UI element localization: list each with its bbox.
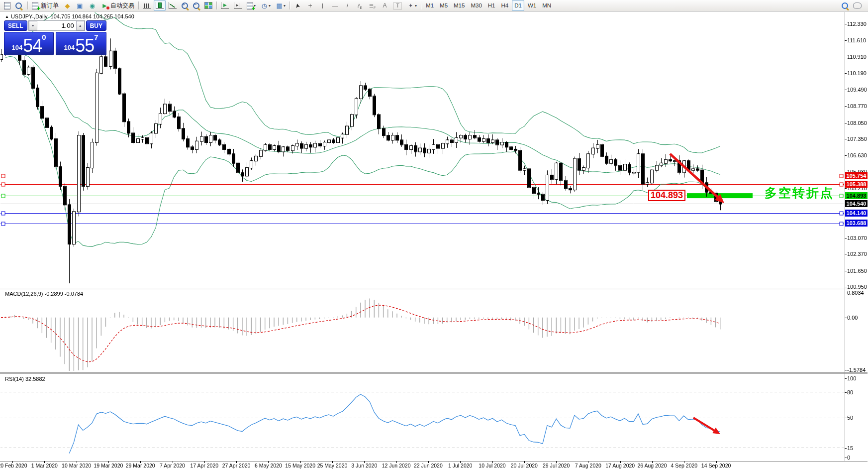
timeframe-button-M1[interactable]: M1 — [423, 0, 436, 11]
profiles-button[interactable] — [13, 0, 24, 11]
date-axis-label: 7 Aug 2020 — [575, 463, 601, 469]
ohlc-low: 104.265 — [93, 13, 113, 19]
rsi-axis-tick: 50 — [847, 415, 853, 421]
chart-canvas[interactable] — [0, 0, 868, 469]
sell-price-point: 0 — [42, 33, 46, 41]
crosshair-tool-button[interactable]: + — [304, 0, 316, 11]
auto-scroll-button[interactable]: ▶ — [219, 0, 231, 11]
arrows-tool-button[interactable]: ✦▾ — [405, 0, 419, 11]
price-axis-tick: 111.610 — [847, 37, 866, 43]
rsi-label: RSI(14) 32.5882 — [5, 376, 45, 382]
chat-button[interactable] — [851, 0, 864, 11]
line-chart-icon — [169, 2, 177, 9]
market-button[interactable]: ▣ — [74, 0, 86, 11]
metaeditor-button[interactable]: ◆ — [62, 0, 73, 11]
fibonacci-icon: ☰F — [369, 2, 376, 9]
volume-down-button[interactable]: ▼ — [29, 21, 37, 30]
date-axis-label: 1 Mar 2020 — [31, 463, 58, 469]
price-axis-tick: 110.190 — [847, 70, 867, 76]
zoom-in-icon: + — [182, 2, 188, 9]
indicators-button[interactable]: +▾ — [245, 0, 258, 11]
chat-icon — [853, 2, 862, 9]
candlestick-chart-button[interactable] — [154, 0, 166, 11]
buy-price-point: 7 — [94, 33, 98, 41]
candlestick-chart-icon — [156, 2, 164, 9]
timeframe-button-M15[interactable]: M15 — [451, 0, 467, 11]
tile-windows-button[interactable] — [202, 0, 214, 11]
market-icon: ▣ — [76, 2, 84, 9]
buy-button[interactable]: BUY — [86, 20, 106, 31]
timeframe-button-D1[interactable]: D1 — [512, 0, 524, 11]
date-axis-label: 10 Jul 2020 — [479, 463, 505, 469]
sell-price-pips: 54 — [23, 38, 42, 53]
autotrading-button[interactable]: ▶ 自动交易 — [99, 0, 136, 11]
periods-button[interactable]: ◷▾ — [259, 0, 273, 11]
date-axis-label: 10 Mar 2020 — [62, 463, 91, 469]
rsi-axis-tick: 80 — [847, 389, 853, 395]
templates-button[interactable]: ▦▾ — [274, 0, 288, 11]
ohlc-close: 104.540 — [114, 13, 134, 19]
volume-up-button[interactable]: ▲ — [76, 21, 85, 30]
text-tool-button[interactable]: A — [379, 0, 390, 11]
text-label-tool-button[interactable]: T — [391, 0, 404, 11]
vertical-line-icon: | — [319, 2, 326, 9]
date-axis-label: 1 Jul 2020 — [448, 463, 472, 469]
price-axis-tick: 101.650 — [847, 268, 867, 274]
bar-chart-icon — [143, 2, 151, 9]
fibonacci-tool-button[interactable]: ☰F — [367, 0, 378, 11]
horizontal-line-icon: — — [331, 2, 339, 9]
timeframe-button-M30[interactable]: M30 — [468, 0, 484, 11]
date-axis-label: 29 Mar 2020 — [126, 463, 155, 469]
new-chart-button[interactable] — [2, 0, 12, 11]
trendline-tool-button[interactable]: / — [342, 0, 353, 11]
symbol-marker-icon: ▲ — [5, 14, 9, 19]
price-axis-tick: 100.950 — [847, 284, 867, 290]
buy-price-pips: 55 — [75, 38, 94, 53]
price-annotation-box[interactable]: 104.893 — [648, 190, 685, 201]
turning-point-annotation[interactable]: 多空转折点 — [765, 185, 834, 201]
macd-axis-tick: 0.8034 — [847, 290, 864, 296]
new-chart-icon — [4, 2, 10, 9]
timeframe-button-MN[interactable]: MN — [540, 0, 554, 11]
date-axis-label: 14 Sep 2020 — [701, 463, 731, 469]
line-chart-button[interactable] — [167, 0, 179, 11]
ohlc-high: 104.864 — [72, 13, 92, 19]
date-axis-label: 4 Sep 2020 — [671, 463, 697, 469]
timeframe-button-H1[interactable]: H1 — [485, 0, 498, 11]
macd-axis-tick: 0.00 — [847, 315, 858, 321]
date-axis-label: 6 May 2020 — [255, 463, 282, 469]
templates-icon: ▦ — [276, 2, 283, 9]
buy-price-tile[interactable]: 104 55 7 — [56, 32, 106, 55]
new-order-button[interactable]: + 新订单 — [30, 0, 61, 11]
search-button[interactable] — [840, 0, 850, 11]
price-axis-badge: 105.754 — [845, 172, 868, 179]
zoom-out-button[interactable]: − — [191, 0, 201, 11]
timeframe-button-W1[interactable]: W1 — [525, 0, 539, 11]
cursor-tool-button[interactable]: ➤ — [292, 0, 303, 11]
mt4-window: + 新订单 ◆ ▣ ◉ ▶ 自动交易 + − ▶ ▸| +▾ ◷▾ ▦▾ ➤ +… — [0, 0, 868, 469]
cursor-icon: ➤ — [293, 1, 301, 10]
channel-tool-button[interactable]: ⫽E — [354, 0, 366, 11]
new-order-icon: + — [32, 2, 38, 9]
date-axis-label: 17 Aug 2020 — [605, 463, 635, 469]
metaeditor-icon: ◆ — [64, 2, 71, 9]
one-click-trade-panel: SELL ▼ ▲ BUY 104 54 0 104 55 7 — [4, 20, 106, 55]
auto-scroll-icon: ▶ — [221, 2, 229, 9]
timeframe-button-M5[interactable]: M5 — [437, 0, 450, 11]
sell-price-tile[interactable]: 104 54 0 — [4, 32, 54, 55]
date-axis-label: 17 Apr 2020 — [190, 463, 218, 469]
date-axis-label: 3 Jun 2020 — [351, 463, 377, 469]
bar-chart-button[interactable] — [141, 0, 153, 11]
vertical-line-tool-button[interactable]: | — [317, 0, 328, 11]
autotrading-icon: ▶ — [101, 2, 108, 9]
timeframe-button-H4[interactable]: H4 — [498, 0, 511, 11]
horizontal-line-tool-button[interactable]: — — [329, 0, 341, 11]
volume-input[interactable] — [37, 21, 76, 30]
chart-shift-button[interactable]: ▸| — [232, 0, 244, 11]
signals-icon: ◉ — [89, 2, 96, 9]
signals-button[interactable]: ◉ — [87, 0, 98, 11]
sell-button[interactable]: SELL — [4, 20, 27, 31]
price-axis-badge: 104.140 — [845, 210, 868, 217]
date-axis-label: 12 Jun 2020 — [382, 463, 411, 469]
zoom-in-button[interactable]: + — [180, 0, 190, 11]
